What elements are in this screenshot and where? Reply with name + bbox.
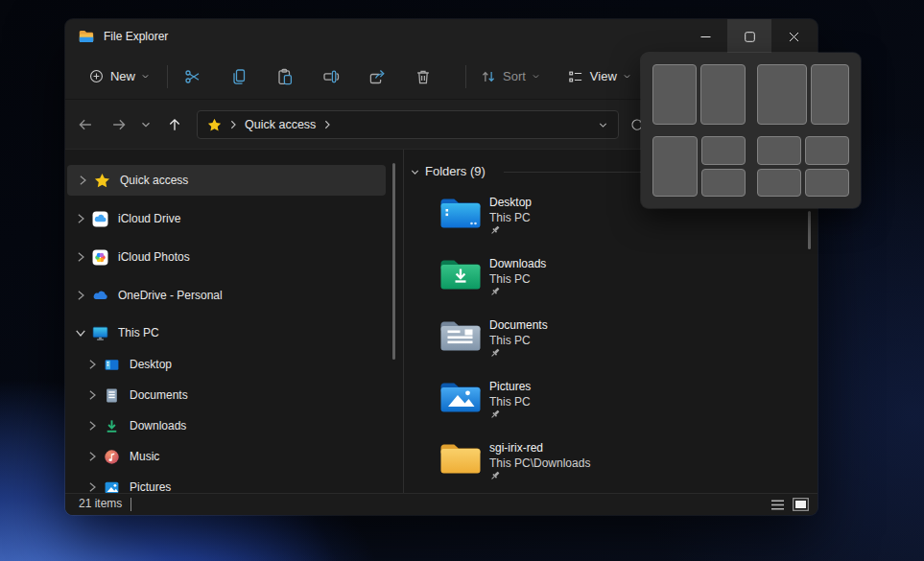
back-button[interactable]: [71, 110, 100, 139]
snap-cell[interactable]: [757, 64, 807, 125]
snap-cell[interactable]: [805, 136, 849, 165]
window-controls: [683, 19, 816, 54]
delete-button[interactable]: [404, 60, 442, 93]
music-icon: [104, 449, 120, 465]
folder-documents-icon: [439, 317, 482, 352]
view-switcher: [769, 497, 809, 512]
chevron-right-icon[interactable]: [84, 420, 100, 432]
chevron-right-icon[interactable]: [73, 290, 88, 301]
sort-button[interactable]: Sort: [472, 61, 548, 92]
pictures-icon: [104, 479, 120, 494]
folder-tile-pictures[interactable]: Pictures This PC: [404, 379, 810, 440]
pin-icon: [489, 470, 501, 481]
snap-cell[interactable]: [700, 64, 745, 125]
desktop: File Explorer New: [0, 0, 924, 561]
snap-cell[interactable]: [805, 169, 849, 198]
snap-cell[interactable]: [701, 169, 745, 198]
share-button[interactable]: [358, 60, 396, 93]
sort-label: Sort: [503, 69, 526, 83]
quick-access-star-icon: [207, 118, 222, 132]
app-folder-icon: [79, 30, 94, 43]
content-scrollbar[interactable]: [808, 211, 811, 249]
chevron-right-icon[interactable]: [84, 481, 100, 493]
sidebar-item-icloud-drive[interactable]: iCloud Drive: [65, 203, 397, 234]
snap-layout-two-halves[interactable]: [652, 64, 746, 125]
documents-icon: [104, 387, 120, 404]
paste-button[interactable]: [266, 60, 304, 93]
title-bar[interactable]: File Explorer: [65, 19, 817, 54]
forward-button[interactable]: [105, 110, 133, 139]
folder-tile-sgi-irix-red[interactable]: sgi-irix-red This PC\Downloads: [404, 440, 810, 493]
snap-layout-wide-left[interactable]: [757, 64, 850, 125]
chevron-down-icon: [532, 72, 540, 81]
up-button[interactable]: [160, 110, 189, 139]
snap-layouts-flyout: [641, 53, 861, 208]
chevron-down-icon[interactable]: [75, 325, 86, 340]
new-button[interactable]: New: [79, 61, 159, 92]
chevron-right-icon[interactable]: [84, 451, 100, 462]
snap-cell[interactable]: [757, 169, 801, 198]
snap-cell[interactable]: [757, 136, 801, 165]
chevron-right-icon[interactable]: [84, 359, 100, 370]
sidebar-scrollbar[interactable]: [392, 163, 395, 360]
snap-cell[interactable]: [811, 64, 849, 125]
toolbar-divider: [465, 65, 466, 88]
cut-button[interactable]: [174, 60, 212, 93]
folder-tile-documents[interactable]: Documents This PC: [404, 317, 810, 379]
snap-layout-left-stacked-right[interactable]: [652, 136, 746, 197]
chevron-right-icon[interactable]: [73, 213, 88, 224]
folder-plain-icon: [439, 440, 482, 475]
icloud-drive-icon: [92, 211, 108, 227]
snap-cell[interactable]: [652, 136, 698, 197]
sidebar-item-quick-access[interactable]: Quick access: [67, 165, 386, 196]
view-button[interactable]: View: [559, 61, 639, 92]
folder-downloads-icon: [439, 256, 482, 291]
rename-button[interactable]: [312, 60, 350, 93]
sidebar-item-this-pc[interactable]: This PC: [65, 317, 397, 348]
address-bar[interactable]: Quick access: [197, 110, 619, 139]
window-title: File Explorer: [104, 30, 168, 43]
folder-desktop-icon: [439, 195, 482, 229]
chevron-right-icon[interactable]: [73, 251, 88, 263]
share-icon: [367, 67, 387, 86]
breadcrumb-quick-access[interactable]: Quick access: [245, 118, 316, 131]
star-icon: [94, 173, 110, 189]
status-bar: 21 items: [65, 493, 817, 515]
chevron-down-icon: [623, 72, 631, 81]
group-header-label: Folders (9): [425, 164, 486, 178]
chevron-down-icon[interactable]: [410, 167, 420, 177]
sidebar-item-icloud-photos[interactable]: iCloud Photos: [65, 242, 397, 272]
sidebar-item-downloads[interactable]: Downloads: [65, 412, 397, 439]
pin-icon: [489, 286, 501, 297]
sidebar-item-desktop[interactable]: Desktop: [65, 351, 397, 378]
plus-circle-icon: [88, 68, 105, 84]
snap-cell[interactable]: [652, 64, 697, 125]
sidebar-item-documents[interactable]: Documents: [65, 382, 397, 409]
sidebar-item-onedrive[interactable]: OneDrive - Personal: [65, 280, 397, 311]
folder-tile-downloads[interactable]: Downloads This PC: [404, 256, 810, 317]
snap-cell[interactable]: [701, 136, 745, 165]
chevron-right-icon[interactable]: [75, 175, 90, 186]
chevron-right-icon[interactable]: [84, 389, 100, 401]
recent-locations-button[interactable]: [134, 110, 157, 139]
copy-button[interactable]: [220, 60, 258, 93]
status-divider: [130, 498, 131, 511]
snap-layout-quadrants[interactable]: [757, 136, 850, 197]
minimize-button[interactable]: [683, 19, 727, 54]
close-button[interactable]: [771, 19, 816, 54]
downloads-icon: [104, 418, 120, 434]
details-view-icon[interactable]: [769, 497, 786, 512]
chevron-right-icon[interactable]: [323, 120, 331, 129]
trash-icon: [414, 67, 433, 86]
address-dropdown-chevron-icon[interactable]: [598, 120, 608, 130]
view-label: View: [590, 69, 617, 83]
paste-icon: [275, 67, 295, 86]
large-thumbnails-view-icon[interactable]: [792, 497, 809, 512]
pin-icon: [489, 347, 501, 359]
chevron-down-icon: [141, 72, 150, 81]
maximize-button[interactable]: [727, 19, 771, 54]
sidebar-item-pictures[interactable]: Pictures: [65, 474, 397, 493]
sidebar-item-music[interactable]: Music: [65, 443, 397, 470]
copy-icon: [229, 67, 249, 86]
toolbar-divider: [167, 65, 168, 88]
